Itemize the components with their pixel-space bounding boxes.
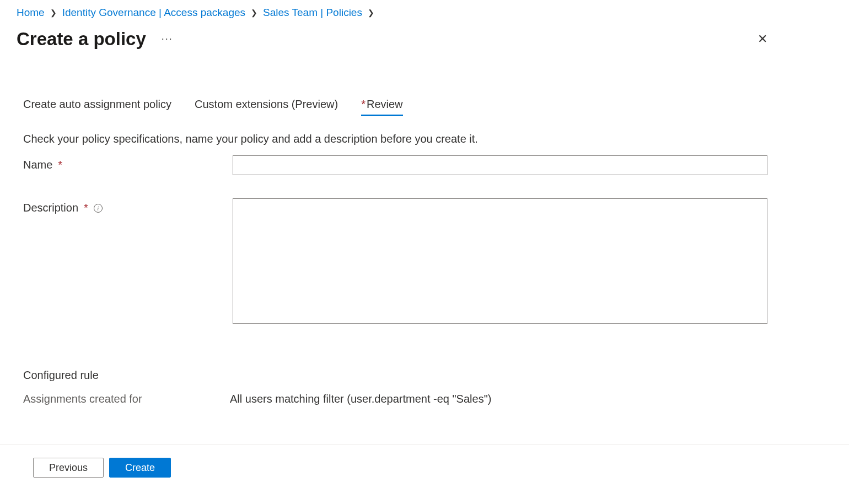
- breadcrumb-sales-team-policies[interactable]: Sales Team | Policies: [263, 7, 362, 19]
- tab-create-auto-assignment[interactable]: Create auto assignment policy: [23, 98, 171, 116]
- tab-custom-extensions[interactable]: Custom extensions (Preview): [195, 98, 338, 116]
- main-content: Create auto assignment policy Custom ext…: [0, 98, 849, 405]
- name-input[interactable]: [233, 155, 767, 175]
- description-label: Description: [23, 202, 78, 214]
- breadcrumb-home[interactable]: Home: [17, 7, 45, 19]
- footer: Previous Create: [0, 444, 849, 478]
- chevron-right-icon: ❯: [50, 8, 57, 17]
- page-title: Create a policy: [17, 29, 146, 50]
- chevron-right-icon: ❯: [251, 8, 257, 17]
- create-button[interactable]: Create: [109, 458, 171, 478]
- tab-review[interactable]: *Review: [361, 98, 402, 116]
- tabs: Create auto assignment policy Custom ext…: [23, 98, 826, 116]
- assignments-row: Assignments created for All users matchi…: [23, 393, 826, 405]
- required-indicator: *: [361, 98, 366, 110]
- name-label: Name: [23, 159, 52, 171]
- info-icon[interactable]: i: [94, 204, 103, 213]
- configured-rule-heading: Configured rule: [23, 369, 826, 382]
- required-indicator: *: [84, 202, 88, 214]
- tab-review-label: Review: [367, 98, 403, 110]
- breadcrumb: Home ❯ Identity Governance | Access pack…: [0, 0, 849, 23]
- instructions-text: Check your policy specifications, name y…: [23, 133, 826, 145]
- breadcrumb-identity-governance[interactable]: Identity Governance | Access packages: [62, 7, 245, 19]
- close-icon[interactable]: ✕: [753, 28, 772, 51]
- description-row: Description * i: [23, 198, 826, 324]
- description-input[interactable]: [233, 198, 767, 324]
- name-row: Name *: [23, 155, 826, 175]
- required-indicator: *: [58, 159, 62, 171]
- previous-button[interactable]: Previous: [33, 458, 104, 478]
- title-row: Create a policy ··· ✕: [0, 23, 849, 51]
- more-actions-icon[interactable]: ···: [162, 33, 173, 46]
- assignments-value: All users matching filter (user.departme…: [230, 393, 491, 405]
- assignments-label: Assignments created for: [23, 393, 230, 405]
- chevron-right-icon: ❯: [368, 8, 374, 17]
